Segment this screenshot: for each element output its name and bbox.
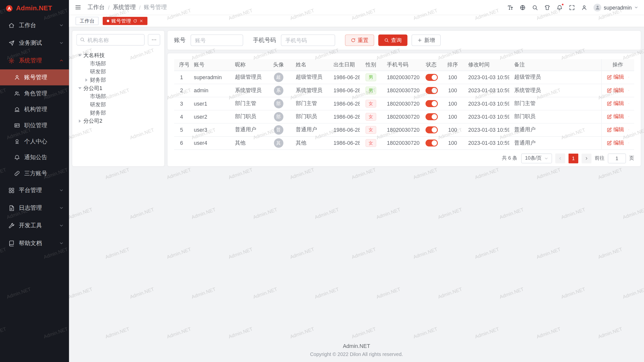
- add-button[interactable]: 新增: [412, 34, 441, 46]
- reset-button-label: 重置: [358, 36, 368, 44]
- app-logo[interactable]: Admin.NET: [0, 0, 69, 16]
- breadcrumb-item-account-mgmt: 账号管理: [144, 4, 167, 11]
- tree-node-rd-dept-1[interactable]: 研发部: [76, 68, 160, 76]
- more-actions-button[interactable]: [628, 140, 629, 146]
- user-menu[interactable]: superadmin: [593, 4, 638, 11]
- table-row-user4: 6user4其他其其他1986-06-28女180200307201002023…: [174, 136, 634, 149]
- org-name-input[interactable]: [76, 34, 145, 46]
- language-icon[interactable]: [519, 4, 526, 10]
- caret-down-icon[interactable]: [77, 86, 82, 91]
- avatar-user-icon: [594, 5, 600, 10]
- user-icon[interactable]: [581, 4, 587, 10]
- tree-node-daming-tech[interactable]: 大名科技: [76, 51, 160, 60]
- column-header-modified: 修改时间: [463, 59, 509, 71]
- status-switch[interactable]: [425, 74, 438, 81]
- tree-node-finance-dept-2[interactable]: 财务部: [76, 109, 160, 117]
- reset-button[interactable]: 重置: [345, 34, 374, 46]
- edit-button[interactable]: 编辑: [607, 100, 624, 107]
- sidebar-subitem-notice[interactable]: 通知公告: [0, 149, 69, 165]
- more-actions-button[interactable]: [628, 74, 629, 80]
- sidebar-item-workbench[interactable]: 工作台: [0, 16, 69, 34]
- sidebar-subitem-role-mgmt[interactable]: 角色管理: [0, 85, 69, 102]
- breadcrumb-item-workbench[interactable]: 工作台: [88, 4, 105, 11]
- search-button[interactable]: 查询: [378, 34, 408, 46]
- edit-button[interactable]: 编辑: [607, 139, 624, 146]
- font-size-icon[interactable]: [507, 4, 513, 10]
- next-page-button[interactable]: [582, 153, 591, 163]
- caret-down-icon[interactable]: [77, 53, 82, 58]
- tree-node-branch-1[interactable]: 分公司1: [76, 84, 160, 93]
- cell-avatar: 部: [266, 97, 291, 110]
- tree-node-finance-dept-1[interactable]: 财务部: [76, 76, 160, 84]
- breadcrumb-item-system-mgmt[interactable]: 系统管理: [113, 4, 136, 11]
- sidebar-subitem-profile-center[interactable]: 个人中心: [0, 133, 69, 150]
- chevron-down-icon: [59, 41, 64, 45]
- status-switch[interactable]: [425, 126, 438, 133]
- row-actions: 编辑: [607, 139, 629, 146]
- more-actions-button[interactable]: [628, 127, 629, 132]
- caret-right-icon[interactable]: [77, 119, 82, 124]
- more-actions-button[interactable]: [628, 101, 629, 106]
- edit-button[interactable]: 编辑: [607, 113, 624, 120]
- sidebar-item-log-mgmt[interactable]: 日志管理: [0, 199, 69, 217]
- tab-account-mgmt[interactable]: 账号管理: [103, 17, 147, 25]
- sidebar-subitem-org-mgmt[interactable]: 机构管理: [0, 101, 69, 117]
- more-actions-button[interactable]: [628, 87, 629, 93]
- account-filter-label: 账号: [174, 36, 186, 44]
- avatar-badge: 系: [274, 85, 283, 95]
- caret-right-icon[interactable]: [84, 78, 89, 83]
- goto-page-input[interactable]: [608, 153, 626, 163]
- phone-filter-input[interactable]: [281, 34, 335, 46]
- tree-node-label: 分公司1: [83, 84, 102, 92]
- status-switch[interactable]: [425, 113, 438, 120]
- column-header-birthdate: 出生日期: [329, 59, 360, 71]
- cell-remark: 普通用户: [509, 136, 601, 149]
- breadcrumb-separator: /: [139, 4, 141, 10]
- gear-icon: [8, 57, 15, 64]
- theme-icon[interactable]: [544, 4, 550, 10]
- sidebar-item-system-mgmt[interactable]: 系统管理: [0, 52, 69, 69]
- chevron-down-icon: [59, 241, 64, 245]
- tree-node-rd-dept-2[interactable]: 研发部: [76, 101, 160, 109]
- bell-icon: [14, 154, 20, 160]
- row-actions: 编辑: [607, 113, 629, 120]
- status-switch[interactable]: [425, 87, 438, 94]
- page-number-1[interactable]: 1: [569, 153, 578, 163]
- bell-notification-icon[interactable]: [556, 4, 562, 10]
- sidebar-subitem-position-mgmt[interactable]: 职位管理: [0, 117, 69, 133]
- tree-node-market-dept-1[interactable]: 市场部: [76, 60, 160, 68]
- status-switch[interactable]: [425, 139, 438, 146]
- prev-page-button[interactable]: [555, 153, 565, 163]
- sidebar-subitem-label: 通知公告: [24, 154, 64, 161]
- tree-more-button[interactable]: [148, 34, 160, 46]
- search-icon[interactable]: [532, 4, 538, 10]
- sidebar-subitem-third-account[interactable]: 三方账号: [0, 165, 69, 182]
- tab-workbench[interactable]: 工作台: [75, 17, 98, 25]
- tree-node-branch-2[interactable]: 分公司2: [76, 117, 160, 125]
- menu-collapse-icon[interactable]: [75, 4, 81, 11]
- phone-filter-label: 手机号码: [253, 36, 276, 44]
- more-actions-button[interactable]: [628, 114, 629, 119]
- account-filter-input[interactable]: [191, 34, 243, 46]
- cell-nickname: 部门职员: [230, 110, 266, 123]
- edit-button[interactable]: 编辑: [607, 126, 624, 133]
- edit-button[interactable]: 编辑: [607, 73, 624, 81]
- tab-close-icon[interactable]: [139, 19, 143, 23]
- chevron-down-icon: [544, 156, 548, 160]
- sidebar-subitem-account-mgmt[interactable]: 账号管理: [0, 69, 69, 85]
- content-area: 大名科技市场部研发部财务部分公司1市场部研发部财务部分公司2 账号 手机号码 重…: [69, 27, 644, 362]
- edit-button[interactable]: 编辑: [607, 86, 624, 94]
- fullscreen-icon[interactable]: [569, 4, 575, 10]
- cell-phone: 18020030720: [382, 123, 420, 136]
- page-size-select[interactable]: 10条/页: [521, 153, 552, 163]
- tab-refresh-icon[interactable]: [133, 19, 137, 23]
- tree-node-market-dept-2[interactable]: 市场部: [76, 92, 160, 101]
- cell-status: [421, 136, 442, 149]
- sidebar-item-platform-mgmt[interactable]: 平台管理: [0, 182, 69, 199]
- status-switch[interactable]: [425, 100, 438, 107]
- sidebar-item-business-test[interactable]: 业务测试: [0, 34, 69, 52]
- sidebar-item-help-docs[interactable]: 帮助文档: [0, 234, 69, 252]
- cell-name: 其他: [291, 136, 329, 149]
- sidebar-item-dev-tools[interactable]: 开发工具: [0, 217, 69, 234]
- column-header-status: 状态: [421, 59, 442, 71]
